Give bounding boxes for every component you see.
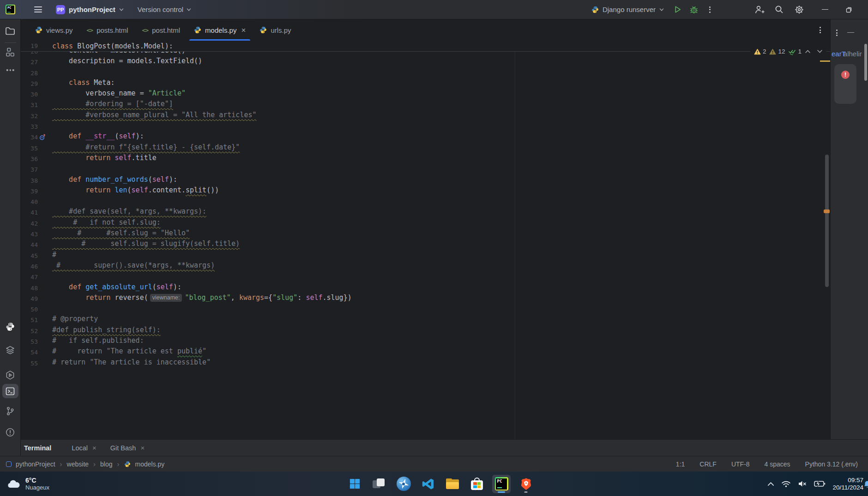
- code-line[interactable]: 46 # super().save(*args, **kwargs): [21, 261, 830, 272]
- warnings-group[interactable]: 2: [754, 48, 766, 55]
- code-line[interactable]: 37: [21, 164, 830, 175]
- wifi-icon[interactable]: [781, 480, 791, 488]
- crumb-project[interactable]: pythonProject: [16, 460, 55, 468]
- code-editor[interactable]: 26 content = models.TextField()27 descri…: [21, 41, 830, 439]
- line-number[interactable]: 43: [21, 229, 38, 239]
- line-number[interactable]: 50: [21, 304, 38, 315]
- panel-scrollbar-thumb[interactable]: [864, 44, 867, 81]
- clock-widget[interactable]: 09:57 20/11/2024: [832, 477, 863, 491]
- line-number[interactable]: 32: [21, 111, 38, 121]
- code-line[interactable]: 50: [21, 304, 830, 315]
- tray-chevron-up-icon[interactable]: [767, 482, 774, 486]
- line-number[interactable]: 48: [21, 283, 38, 293]
- line-number[interactable]: 30: [21, 89, 38, 100]
- services-tool-button[interactable]: [5, 370, 15, 380]
- code-line[interactable]: 39 return len(self.content.split()): [21, 186, 830, 197]
- line-number[interactable]: 44: [21, 239, 38, 250]
- next-problem-button[interactable]: [817, 49, 823, 54]
- line-number[interactable]: 47: [21, 272, 38, 282]
- file-explorer-button[interactable]: [443, 475, 462, 493]
- problems-tool-button[interactable]: [5, 427, 15, 437]
- line-number[interactable]: 51: [21, 315, 38, 325]
- git-tool-button[interactable]: [5, 406, 15, 416]
- caret-position[interactable]: 1:1: [676, 460, 685, 468]
- code-line[interactable]: 30 verbose_name = "Article": [21, 89, 830, 100]
- vscode-button[interactable]: [419, 475, 437, 493]
- code-line[interactable]: 43 # #self.slug = "Hello": [21, 229, 830, 239]
- indent-style[interactable]: 4 spaces: [765, 460, 790, 468]
- code-line[interactable]: 45#: [21, 251, 830, 261]
- code-line[interactable]: 52#def publish_string(self):: [21, 326, 830, 336]
- code-line[interactable]: 40: [21, 197, 830, 207]
- file-encoding[interactable]: UTF-8: [731, 460, 750, 468]
- scrollbar-warning-mark[interactable]: [824, 209, 830, 213]
- code-line[interactable]: 27 description = models.TextField(): [21, 57, 830, 67]
- code-line[interactable]: 54# return "The article est publié": [21, 347, 830, 358]
- line-number[interactable]: 34: [21, 132, 38, 143]
- inspections-widget[interactable]: 2 12 1: [750, 45, 826, 58]
- line-number[interactable]: 39: [21, 186, 38, 197]
- terminal-tab-git-bash[interactable]: Git Bash ×: [110, 444, 145, 452]
- tab-post-html[interactable]: <> post.html: [135, 19, 187, 41]
- panel-hide-button[interactable]: —: [847, 28, 854, 36]
- window-restore-button[interactable]: [842, 3, 856, 17]
- line-number[interactable]: 38: [21, 175, 38, 186]
- terminal-tool-button[interactable]: [5, 386, 15, 396]
- line-ending[interactable]: CRLF: [699, 460, 717, 468]
- code-line[interactable]: 41 #def save(self, *args, **kwargs):: [21, 207, 830, 218]
- more-actions-button[interactable]: [703, 3, 717, 17]
- code-line[interactable]: 36 return self.title: [21, 154, 830, 164]
- code-with-me-button[interactable]: [753, 3, 766, 17]
- code-line[interactable]: 35 #return f"{self.title} - {self.date}": [21, 143, 830, 154]
- code-line[interactable]: 34 def __str__(self):: [21, 132, 830, 143]
- code-line[interactable]: 32 #verbose_name_plural = "All the artic…: [21, 111, 830, 121]
- line-number[interactable]: 49: [21, 293, 38, 304]
- code-line[interactable]: 49 return reverse(viewname:"blog_post", …: [21, 293, 830, 304]
- line-number[interactable]: 53: [21, 336, 38, 347]
- code-line[interactable]: 42 # if not self.slug:: [21, 218, 830, 229]
- brave-button[interactable]: [517, 475, 535, 493]
- main-menu-icon[interactable]: [34, 6, 42, 12]
- vcs-widget[interactable]: Version control: [135, 4, 194, 15]
- notification-bell-icon[interactable]: [863, 480, 868, 488]
- project-widget[interactable]: PP pythonProject: [53, 3, 127, 16]
- structure-tool-button[interactable]: [5, 47, 15, 57]
- start-button[interactable]: [345, 475, 364, 493]
- settings-button[interactable]: [792, 3, 806, 17]
- code-line[interactable]: 38 def number_of_words(self):: [21, 175, 830, 186]
- line-number[interactable]: 41: [21, 207, 38, 218]
- python-interpreter[interactable]: Python 3.12 (.env): [805, 460, 858, 468]
- crumb-website[interactable]: website: [67, 460, 89, 468]
- close-icon[interactable]: ×: [140, 444, 145, 452]
- tab-posts-html[interactable]: <> posts.html: [80, 19, 135, 41]
- more-tool-windows-button[interactable]: [6, 69, 14, 71]
- sticky-header-line[interactable]: 19 class BlogPost(models.Model):: [21, 41, 830, 52]
- project-tool-button[interactable]: [5, 25, 16, 36]
- editor-scrollbar-thumb[interactable]: [825, 155, 829, 287]
- search-everywhere-button[interactable]: [772, 3, 786, 17]
- microsoft-store-button[interactable]: [468, 475, 486, 493]
- code-line[interactable]: 47: [21, 272, 830, 282]
- code-line[interactable]: 33: [21, 121, 830, 132]
- line-number[interactable]: 33: [21, 121, 38, 132]
- crumb-blog[interactable]: blog: [100, 460, 112, 468]
- tab-options-button[interactable]: [820, 27, 821, 33]
- run-configuration-selector[interactable]: Django runserver: [591, 6, 664, 13]
- override-gutter-icon[interactable]: [39, 134, 46, 141]
- tab-views-py[interactable]: views.py: [28, 19, 80, 41]
- code-line[interactable]: 28: [21, 68, 830, 78]
- code-line[interactable]: 44 # self.slug = slugify(self.title): [21, 239, 830, 250]
- database-tool-button[interactable]: [5, 345, 15, 355]
- line-number[interactable]: 40: [21, 197, 38, 207]
- code-line[interactable]: 48 def get_absolute_url(self):: [21, 283, 830, 293]
- line-number[interactable]: 36: [21, 154, 38, 164]
- line-number[interactable]: 54: [21, 347, 38, 358]
- code-line[interactable]: 53# if self.published:: [21, 336, 830, 347]
- weather-widget[interactable]: 6°C Nuageux: [6, 472, 49, 496]
- line-number[interactable]: 45: [21, 251, 38, 261]
- weak-warnings-group[interactable]: 12: [769, 48, 785, 55]
- volume-muted-icon[interactable]: [798, 480, 807, 488]
- tab-urls-py[interactable]: urls.py: [253, 19, 298, 41]
- code-line[interactable]: 55# return "The article is inaccessible": [21, 358, 830, 369]
- python-packages-tool-button[interactable]: [6, 322, 15, 331]
